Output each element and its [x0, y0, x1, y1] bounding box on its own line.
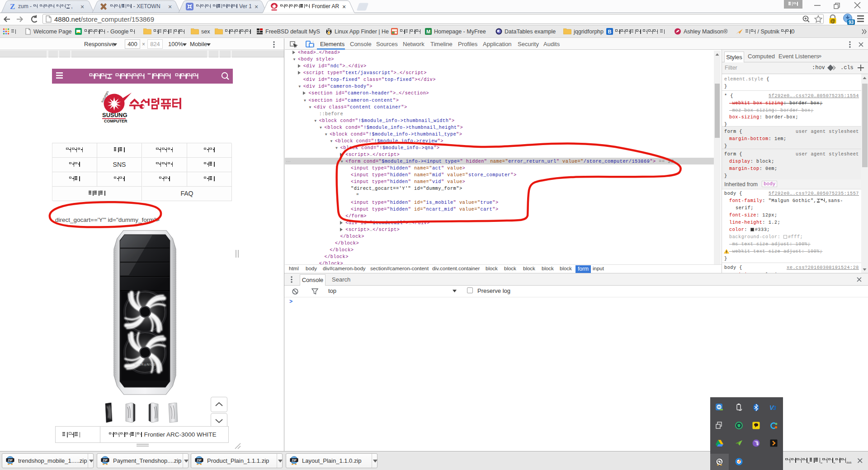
svg-text:SUSUNG: SUSUNG	[102, 112, 127, 118]
svg-text:93: 93	[849, 20, 854, 25]
svg-text:COMPUTER: COMPUTER	[104, 119, 127, 123]
svg-text:ZIP: ZIP	[197, 459, 202, 462]
svg-text:B: B	[608, 29, 612, 34]
svg-text:ZIP: ZIP	[8, 459, 13, 462]
svg-text:MICR◎NICS: MICR◎NICS	[135, 363, 156, 366]
svg-text:ZIP: ZIP	[103, 459, 108, 462]
svg-text:M: M	[426, 29, 430, 34]
svg-text:Z: Z	[10, 2, 15, 11]
svg-text:@: @	[830, 18, 835, 24]
svg-text:ZIP: ZIP	[292, 459, 297, 462]
svg-text:3: 3	[773, 404, 777, 411]
